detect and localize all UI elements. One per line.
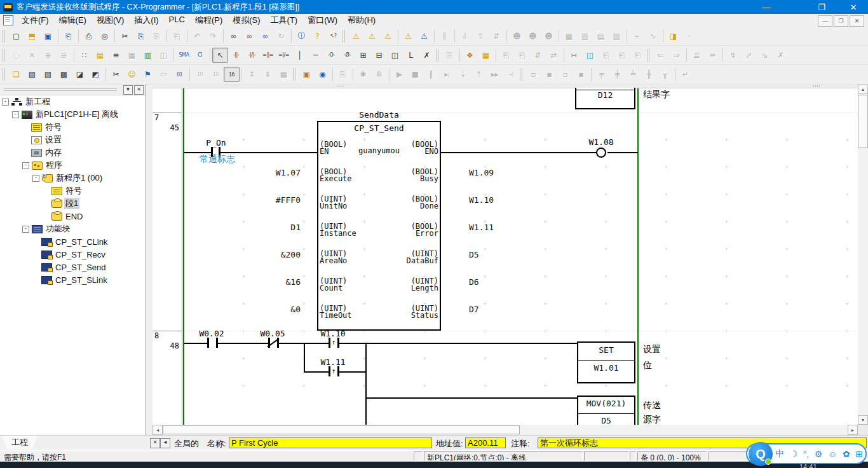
window-cascade-icon[interactable]: ❏ (8, 67, 24, 82)
symbol-address-field[interactable]: A200.11 (465, 437, 506, 448)
panel-splitter[interactable] (146, 85, 153, 435)
horizontal-line-icon[interactable]: ─ (308, 48, 323, 63)
menu-plc[interactable]: PLC (164, 13, 190, 27)
find-icon[interactable]: ∞ (226, 29, 241, 44)
copy-icon[interactable]: ⎘ (133, 29, 149, 44)
mnemonic-view-icon[interactable]: SMA (176, 48, 192, 63)
tree-item-符号[interactable]: 符号 (0, 184, 146, 197)
toolbar-grip[interactable] (436, 49, 439, 62)
open-project-icon[interactable]: ⬒ (24, 29, 40, 44)
line-connect-icon[interactable]: L (403, 48, 419, 63)
tree-item-新工程[interactable]: -新工程 (0, 95, 146, 108)
mnemonic-window-icon[interactable]: ▨ (40, 67, 56, 82)
menu-tools[interactable]: 工具(T) (266, 13, 303, 27)
tree-item-段1[interactable]: 段1 (0, 197, 146, 210)
tree-item-功能块[interactable]: -功能块 (0, 223, 146, 235)
contact-nc-icon[interactable]: -|/|- (244, 48, 260, 63)
menu-file[interactable]: 文件(F) (17, 13, 54, 27)
set-instruction-block[interactable]: SET W1.01 (577, 341, 635, 383)
ime-menu-grid-icon[interactable]: ⊞ (855, 449, 863, 459)
contact-or-nc-icon[interactable]: =|/= (276, 48, 292, 63)
toolbar-grip[interactable] (3, 49, 6, 62)
tree-item-END[interactable]: END (0, 210, 146, 223)
output-window-icon[interactable]: ◪ (72, 67, 88, 82)
ime-half-full-moon-icon[interactable]: ☽ (790, 449, 798, 459)
ime-skin-icon[interactable]: ✿ (843, 449, 850, 459)
scroll-left-icon[interactable]: ◄ (153, 425, 163, 435)
toolbar-grip[interactable] (520, 68, 523, 81)
restore-button[interactable]: ❐ (808, 0, 835, 14)
io-comment-toggle-icon[interactable]: ◨ (665, 29, 681, 44)
tree-item-CP_ST_Recv[interactable]: CP_ST_Recv (0, 248, 146, 261)
scroll-up-icon[interactable]: ▲ (858, 85, 868, 94)
menu-insert[interactable]: 插入(I) (129, 13, 163, 27)
menu-help[interactable]: 帮助(H) (342, 13, 381, 27)
menu-simulation[interactable]: 模拟(S) (227, 13, 265, 27)
work-online-icon[interactable]: ⚠ (400, 29, 416, 44)
line-delete-icon[interactable]: ✗ (419, 48, 435, 63)
tree-expand-icon[interactable]: - (22, 162, 29, 169)
tree-item-CP_ST_Send[interactable]: CP_ST_Send (0, 261, 146, 273)
print-preview-icon[interactable]: ◎ (97, 29, 112, 44)
menu-program[interactable]: 编程(P) (190, 13, 227, 27)
ime-chinese-mode-icon[interactable]: 中 (775, 448, 784, 460)
ime-punctuation-icon[interactable]: °, (803, 449, 810, 459)
help-topics-icon[interactable]: ? (309, 29, 325, 44)
panel-dropdown-icon[interactable]: ▼ (123, 85, 133, 95)
menu-window[interactable]: 窗口(W) (302, 13, 342, 27)
hscroll-thumb[interactable] (163, 425, 520, 434)
address-ref-tool-icon[interactable]: ✂ (108, 67, 124, 82)
operand-&0[interactable]: &0 (226, 305, 301, 314)
tab-project[interactable]: 工程 (2, 436, 37, 449)
ladder-ci-view-icon[interactable]: CI (192, 48, 208, 63)
cut-icon[interactable]: ✂ (117, 29, 133, 44)
operand-D1[interactable]: D1 (226, 223, 301, 232)
mdi-minimize-icon[interactable]: — (818, 15, 832, 27)
contact-W0-02[interactable] (207, 338, 209, 348)
symbolbar-back-icon[interactable]: ◄ (160, 438, 170, 448)
symbol-name-field[interactable]: P First Cycle (229, 437, 432, 448)
symbolbar-close-icon[interactable]: ✕ (150, 438, 160, 448)
operand-W1.10[interactable]: W1.10 (469, 196, 526, 205)
output-coil-W1-08[interactable] (596, 148, 606, 158)
fb-library-icon[interactable]: ▦ (478, 48, 494, 63)
toolbar-grip[interactable] (342, 30, 346, 43)
coil-icon[interactable]: -O- (323, 48, 339, 63)
menu-edit[interactable]: 编辑(E) (54, 13, 92, 27)
toolbar-grip[interactable] (3, 30, 6, 43)
toolbar-grip[interactable] (647, 49, 650, 62)
tree-expand-icon[interactable]: - (12, 111, 19, 118)
operand-W1.07[interactable]: W1.07 (226, 169, 301, 177)
save-project-icon[interactable]: ▣ (40, 29, 56, 44)
find-report-icon[interactable]: ⚠ (380, 29, 396, 44)
tree-item-程序[interactable]: -程序 (0, 159, 146, 172)
grid-toggle-icon[interactable]: ∷ (76, 48, 92, 63)
ladder-diagram-view[interactable]: ++++++++++++++++++++++++++++++++++++++++… (153, 85, 858, 425)
online-sync-icon[interactable]: ◉ (315, 67, 330, 82)
ime-emoji-input-icon[interactable]: ☺ (828, 449, 837, 459)
about-icon[interactable]: ⓘ (294, 29, 309, 44)
ladder-vertical-scrollbar[interactable]: ▲ ▼ (858, 85, 868, 425)
instruction-box-icon[interactable]: ⊞ (355, 48, 371, 63)
panel-grip[interactable] (4, 88, 117, 91)
compile-program-icon[interactable]: ⚠ (348, 29, 364, 44)
fb-instance-list-icon[interactable]: ∺ (566, 48, 582, 63)
minimize-button[interactable]: — (753, 0, 780, 14)
context-help-icon[interactable]: ↖? (325, 29, 341, 44)
io-flag-icon[interactable]: ⚑ (140, 67, 156, 82)
work-online-simulator-icon[interactable]: ⚠ (416, 29, 432, 44)
ime-tool-wrench-icon[interactable]: ⚙ (815, 449, 823, 459)
toolbar-grip[interactable] (293, 68, 296, 81)
ladder-horizontal-scrollbar[interactable]: ◄ ► (153, 425, 858, 435)
mdi-restore-icon[interactable]: ❐ (834, 15, 848, 27)
fb-invocation-icon[interactable]: ◫ (387, 48, 403, 63)
replace-icon[interactable]: ∞ (241, 29, 257, 44)
section-list-icon[interactable]: ▥ (140, 48, 156, 63)
tree-item-新PLC1[CP1H-E] 离线[interactable]: -新PLC1[CP1H-E] 离线 (0, 108, 146, 121)
format-hex-icon[interactable]: 16 (224, 67, 240, 82)
fb-definition-icon[interactable]: ❖ (462, 48, 478, 63)
vertical-line-icon[interactable]: │ (292, 48, 308, 63)
compile-all-icon[interactable]: ⚠ (364, 29, 380, 44)
symbol-editor-icon[interactable]: ▤ (92, 48, 108, 63)
tree-item-设置[interactable]: 设置 (0, 134, 146, 146)
